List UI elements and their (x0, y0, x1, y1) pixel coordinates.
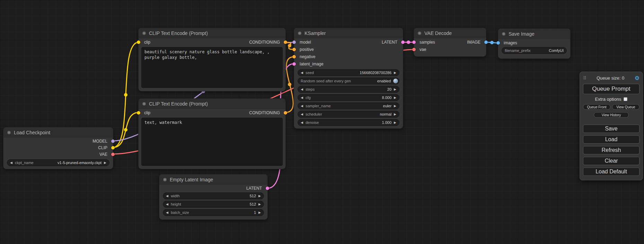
decrement-icon[interactable]: ◀ (301, 96, 303, 99)
seed-widget[interactable]: ◀ seed 156680208700286 ▶ (298, 69, 399, 76)
sampler-name-widget[interactable]: ◀ sampler_name euler ▶ (298, 102, 399, 109)
width-widget[interactable]: ◀ width 512 ▶ (163, 192, 264, 199)
node-titlebar[interactable]: VAE Decode (414, 28, 486, 38)
node-titlebar[interactable]: Save Image (498, 29, 570, 39)
collapse-dot-icon[interactable] (502, 32, 505, 36)
link-midpoint-dot (490, 41, 494, 44)
widget-label: scheduler (306, 112, 322, 116)
node-titlebar[interactable]: Load Checkpoint (3, 127, 113, 138)
increment-icon[interactable]: ▶ (258, 203, 261, 206)
seed-control-widget[interactable]: Random seed after every gen enabled (298, 78, 399, 84)
input-slot-negative[interactable] (292, 55, 296, 58)
increment-icon[interactable]: ▶ (394, 105, 396, 108)
collapse-dot-icon[interactable] (163, 178, 167, 181)
decrement-icon[interactable]: ◀ (166, 203, 168, 206)
slot-row: vae (414, 46, 486, 53)
node-clip-text-encode-negative[interactable]: CLIP Text Encode (Prompt) clip CONDITION… (139, 99, 285, 169)
node-ksampler[interactable]: KSampler model LATENT positive negative … (294, 28, 403, 128)
height-widget[interactable]: ◀ height 512 ▶ (163, 201, 264, 208)
increment-icon[interactable]: ▶ (394, 96, 396, 99)
refresh-button[interactable]: Refresh (583, 146, 639, 154)
settings-gear-icon[interactable]: ⚙ (635, 75, 639, 81)
widget-label: steps (306, 87, 315, 91)
decrement-icon[interactable]: ◀ (10, 161, 12, 164)
load-button[interactable]: Load (583, 135, 639, 144)
extra-options-checkbox[interactable] (624, 97, 627, 101)
output-slot-latent[interactable] (401, 40, 405, 44)
output-slot-clip[interactable] (111, 146, 115, 150)
node-clip-text-encode-positive[interactable]: CLIP Text Encode (Prompt) clip CONDITION… (139, 28, 285, 91)
denoise-widget[interactable]: ◀ denoise 1.000 ▶ (298, 119, 399, 126)
view-history-button[interactable]: View History (594, 112, 629, 118)
filename-prefix-widget[interactable]: filename_prefix ComfyUI (502, 47, 567, 54)
output-slot-vae[interactable] (111, 153, 115, 156)
queue-front-button[interactable]: Queue Front (583, 104, 610, 110)
collapse-dot-icon[interactable] (142, 31, 146, 35)
decrement-icon[interactable]: ◀ (301, 113, 303, 116)
increment-icon[interactable]: ▶ (104, 161, 106, 164)
collapse-dot-icon[interactable] (7, 131, 11, 134)
view-queue-button[interactable]: View Queue (612, 104, 639, 110)
output-slot-image[interactable] (484, 40, 488, 44)
scheduler-widget[interactable]: ◀ scheduler normal ▶ (298, 111, 399, 118)
input-slot-positive[interactable] (292, 48, 296, 51)
input-slot-vae[interactable] (412, 48, 416, 51)
node-titlebar[interactable]: Empty Latent Image (159, 174, 267, 185)
decrement-icon[interactable]: ◀ (301, 105, 303, 108)
increment-icon[interactable]: ▶ (394, 121, 396, 124)
input-slot-clip[interactable] (137, 40, 140, 44)
queue-prompt-button[interactable]: Queue Prompt (583, 84, 639, 94)
output-label-clip: CLIP (98, 145, 107, 150)
steps-widget[interactable]: ◀ steps 20 ▶ (298, 86, 399, 93)
input-slot-images[interactable] (496, 41, 500, 45)
node-titlebar[interactable]: CLIP Text Encode (Prompt) (139, 99, 285, 109)
widget-label: denoise (306, 120, 319, 125)
input-slot-model[interactable] (292, 40, 296, 44)
ckpt-name-widget[interactable]: ◀ ckpt_name v1-5-pruned-emaonly.ckpt ▶ (7, 159, 109, 166)
batch-size-widget[interactable]: ◀ batch_size 1 ▶ (163, 209, 264, 216)
collapse-dot-icon[interactable] (418, 31, 421, 35)
load-default-button[interactable]: Load Default (583, 168, 639, 176)
increment-icon[interactable]: ▶ (394, 113, 396, 116)
input-slot-clip[interactable] (137, 111, 140, 115)
output-slot-conditioning[interactable] (284, 40, 287, 44)
output-slot-model[interactable] (111, 139, 115, 143)
output-label-conditioning: CONDITIONING (249, 110, 280, 115)
node-load-checkpoint[interactable]: Load Checkpoint MODEL CLIP VAE ◀ ckpt_na… (3, 127, 113, 169)
clear-button[interactable]: Clear (583, 157, 639, 165)
negative-prompt-textarea[interactable]: text, watermark (141, 118, 283, 166)
slot-row: samples IMAGE (414, 38, 486, 46)
seed-control-knob-icon[interactable] (393, 79, 398, 83)
decrement-icon[interactable]: ◀ (301, 88, 303, 91)
widget-value: 20 (387, 87, 391, 91)
node-titlebar[interactable]: CLIP Text Encode (Prompt) (139, 28, 285, 38)
node-titlebar[interactable]: KSampler (294, 28, 403, 38)
input-slot-samples[interactable] (412, 40, 416, 44)
output-slot-latent[interactable] (266, 187, 269, 190)
node-title: Load Checkpoint (14, 130, 50, 135)
increment-icon[interactable]: ▶ (258, 211, 261, 214)
graph-canvas[interactable]: Load Checkpoint MODEL CLIP VAE ◀ ckpt_na… (0, 0, 644, 244)
drag-handle-icon[interactable]: ⠿ (583, 75, 586, 81)
output-slot-conditioning[interactable] (284, 111, 287, 115)
decrement-icon[interactable]: ◀ (301, 71, 303, 74)
decrement-icon[interactable]: ◀ (301, 121, 303, 124)
node-empty-latent-image[interactable]: Empty Latent Image LATENT ◀ width 512 ▶ … (159, 174, 267, 219)
queue-panel-header: ⠿ Queue size: 0 ⚙ (583, 75, 639, 81)
save-button[interactable]: Save (583, 125, 639, 133)
increment-icon[interactable]: ▶ (394, 71, 396, 74)
input-slot-latent-image[interactable] (292, 62, 296, 66)
collapse-dot-icon[interactable] (298, 31, 301, 35)
slot-row: clip CONDITIONING (139, 38, 285, 46)
decrement-icon[interactable]: ◀ (166, 195, 168, 198)
widget-label: ckpt_name (15, 161, 34, 165)
node-save-image[interactable]: Save Image images filename_prefix ComfyU… (498, 29, 570, 58)
increment-icon[interactable]: ▶ (258, 195, 261, 198)
cfg-widget[interactable]: ◀ cfg 8.000 ▶ (298, 94, 399, 101)
node-vae-decode[interactable]: VAE Decode samples IMAGE vae (414, 28, 486, 56)
decrement-icon[interactable]: ◀ (166, 211, 168, 214)
collapse-dot-icon[interactable] (142, 102, 146, 106)
increment-icon[interactable]: ▶ (394, 88, 396, 91)
positive-prompt-textarea[interactable]: beautiful scenery nature glass bottle la… (141, 47, 283, 88)
widget-value: 156680208700286 (360, 71, 391, 75)
